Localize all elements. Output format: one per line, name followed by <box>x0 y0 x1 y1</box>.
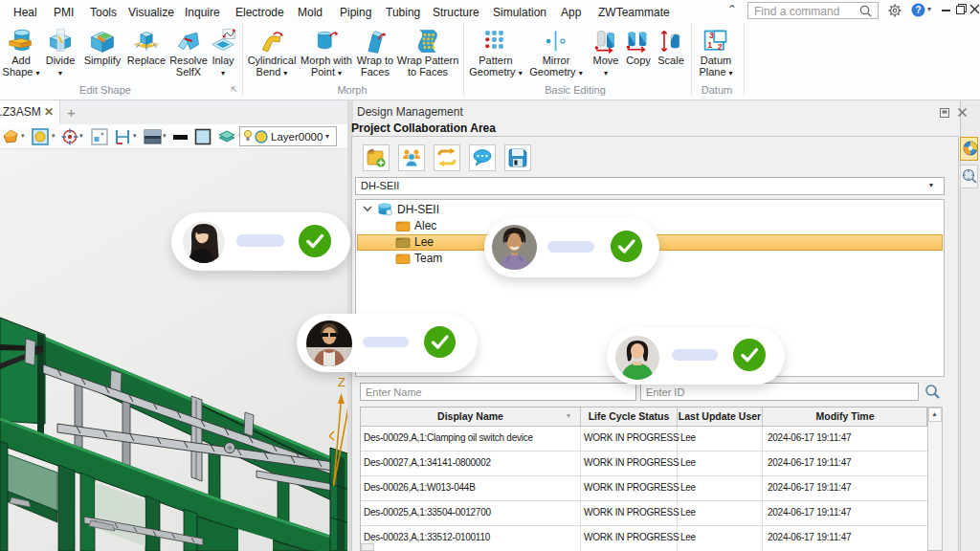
svg-text:1: 1 <box>707 40 712 50</box>
svg-text:?: ? <box>915 5 921 15</box>
svg-text:2: 2 <box>718 42 723 52</box>
svg-text:Z: Z <box>338 375 345 389</box>
svg-text:3: 3 <box>709 31 714 40</box>
